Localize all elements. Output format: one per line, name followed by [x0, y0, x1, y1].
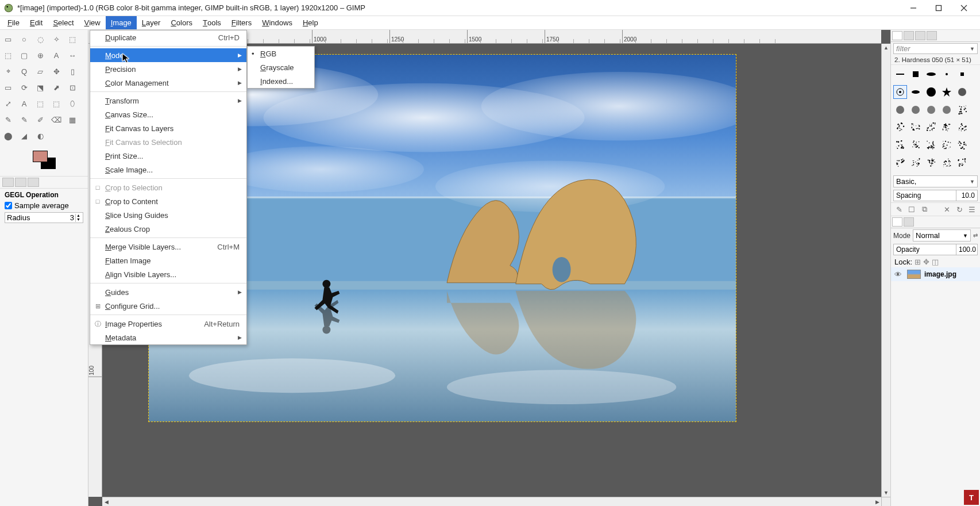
menu-item-slice-using-guides[interactable]: Slice Using Guides	[90, 208, 246, 222]
menu-filters[interactable]: Filters	[226, 16, 257, 29]
tool-3[interactable]: ✧	[49, 32, 63, 46]
scrollbar-horizontal[interactable]: ◀ ▶	[102, 497, 881, 506]
menu-item-precision[interactable]: Precision	[90, 62, 246, 76]
brush-17[interactable]	[924, 120, 938, 134]
brush-23[interactable]	[940, 138, 954, 152]
brush-3[interactable]	[940, 67, 954, 81]
duplicate-brush-icon[interactable]: ⧉	[920, 205, 929, 214]
brush-0[interactable]	[893, 67, 907, 81]
tool-0[interactable]: ▭	[1, 32, 15, 46]
tool-13[interactable]: ✥	[49, 64, 63, 78]
delete-brush-icon[interactable]: ✕	[942, 205, 951, 214]
brush-15[interactable]	[893, 120, 907, 134]
right-tab-history[interactable]	[927, 31, 937, 40]
layer-row[interactable]: 👁 image.jpg	[891, 267, 980, 281]
tool-2[interactable]: ◌	[33, 32, 47, 46]
brush-11[interactable]	[909, 103, 923, 117]
minimize-button[interactable]	[901, 0, 926, 16]
tool-6[interactable]: ▢	[17, 48, 31, 62]
menu-item-metadata[interactable]: Metadata	[90, 331, 246, 344]
mode-toggle-icon[interactable]: ⇄	[973, 232, 978, 239]
tool-4[interactable]: ⬚	[65, 32, 79, 46]
menu-item-scale-image-[interactable]: Scale Image...	[90, 163, 246, 177]
tool-17[interactable]: ⬔	[33, 80, 47, 94]
tool-18[interactable]: ⬈	[49, 80, 63, 94]
scroll-left-arrow[interactable]: ◀	[102, 498, 110, 506]
tool-7[interactable]: ⊕	[33, 48, 47, 62]
lock-position-icon[interactable]: ✥	[923, 258, 929, 266]
fg-color-swatch[interactable]	[33, 151, 48, 162]
brush-7[interactable]	[924, 85, 938, 99]
brush-5[interactable]	[893, 85, 907, 99]
brush-14[interactable]	[955, 103, 969, 117]
menu-item-zealous-crop[interactable]: Zealous Crop	[90, 222, 246, 236]
brush-preset-combo[interactable]: Basic, ▼	[893, 175, 978, 187]
brush-20[interactable]	[893, 138, 907, 152]
menu-edit[interactable]: Edit	[25, 16, 48, 29]
lock-pixels-icon[interactable]: ⊞	[915, 258, 921, 266]
tool-31[interactable]: ◢	[17, 129, 31, 143]
spacing-field[interactable]: Spacing 10.0	[893, 190, 978, 201]
menu-item-crop-to-content[interactable]: □Crop to Content	[90, 194, 246, 208]
radius-spinner[interactable]: ▲▼	[75, 214, 81, 222]
menu-item-mode[interactable]: Mode	[90, 48, 246, 62]
sample-average-input[interactable]	[5, 202, 12, 209]
tool-25[interactable]: ✎	[1, 113, 15, 126]
menu-item-flatten-image[interactable]: Flatten Image	[90, 254, 246, 267]
tool-29[interactable]: ▦	[65, 113, 79, 126]
tool-24[interactable]: ⬯	[65, 97, 79, 110]
tool-1[interactable]: ○	[17, 32, 31, 46]
menu-layer[interactable]: Layer	[137, 16, 166, 29]
tool-9[interactable]: ↔	[65, 48, 79, 62]
menu-tools[interactable]: Tools	[198, 16, 226, 29]
toolbox-tab-2[interactable]	[15, 178, 26, 187]
layers-tab[interactable]	[892, 217, 902, 227]
new-brush-icon[interactable]: ☐	[907, 205, 916, 214]
mode-item-indexed-[interactable]: Indexed...	[248, 74, 314, 88]
visibility-eye-icon[interactable]: 👁	[894, 270, 904, 279]
brush-8[interactable]	[940, 85, 954, 99]
menu-item-canvas-size-[interactable]: Canvas Size...	[90, 108, 246, 121]
fg-bg-color[interactable]	[28, 150, 60, 175]
brush-1[interactable]	[909, 67, 923, 81]
brush-22[interactable]	[924, 138, 938, 152]
menu-item-print-size-[interactable]: Print Size...	[90, 149, 246, 163]
brush-9[interactable]	[955, 85, 969, 99]
tool-22[interactable]: ⬚	[33, 97, 47, 110]
toolbox-tab-1[interactable]	[2, 178, 14, 187]
brush-18[interactable]	[940, 120, 954, 134]
menu-item-configure-grid-[interactable]: ⊞Configure Grid...	[90, 299, 246, 313]
brush-12[interactable]	[924, 103, 938, 117]
tool-30[interactable]: ⬤	[1, 129, 15, 143]
brush-2[interactable]	[924, 67, 938, 81]
right-tab-brushes[interactable]	[892, 31, 902, 40]
menu-colors[interactable]: Colors	[165, 16, 198, 29]
brush-16[interactable]	[909, 120, 923, 134]
tool-23[interactable]: ⬚	[49, 97, 63, 110]
toolbox-tab-3[interactable]	[28, 178, 39, 187]
menu-item-fit-canvas-to-layers[interactable]: Fit Canvas to Layers	[90, 121, 246, 135]
scroll-right-arrow[interactable]: ▶	[873, 498, 881, 506]
mode-item-grayscale[interactable]: Grayscale	[248, 60, 314, 74]
mode-item-rgb[interactable]: RGB	[248, 47, 314, 60]
brush-24[interactable]	[955, 138, 969, 152]
scroll-down-arrow[interactable]: ▼	[882, 489, 890, 497]
tool-19[interactable]: ⊡	[65, 80, 79, 94]
scrollbar-vertical[interactable]: ▲ ▼	[881, 44, 890, 497]
tool-14[interactable]: ▯	[65, 64, 79, 78]
tool-26[interactable]: ✎	[17, 113, 31, 126]
edit-brush-icon[interactable]: ✎	[894, 205, 904, 214]
tool-20[interactable]: ⤢	[1, 97, 15, 110]
brush-10[interactable]	[893, 103, 907, 117]
brush-29[interactable]	[955, 156, 969, 170]
menu-help[interactable]: Help	[298, 16, 323, 29]
menu-item-color-management[interactable]: Color Management	[90, 76, 246, 90]
channels-tab[interactable]	[904, 217, 914, 227]
menu-view[interactable]: View	[79, 16, 106, 29]
refresh-brush-icon[interactable]: ↻	[955, 205, 964, 214]
menu-select[interactable]: Select	[48, 16, 79, 29]
tool-15[interactable]: ▭	[1, 80, 15, 94]
radius-field[interactable]: Radius 3 ▲▼	[5, 212, 83, 223]
menu-item-merge-visible-layers-[interactable]: Merge Visible Layers...Ctrl+M	[90, 240, 246, 254]
tool-32[interactable]: ◐	[33, 129, 47, 143]
